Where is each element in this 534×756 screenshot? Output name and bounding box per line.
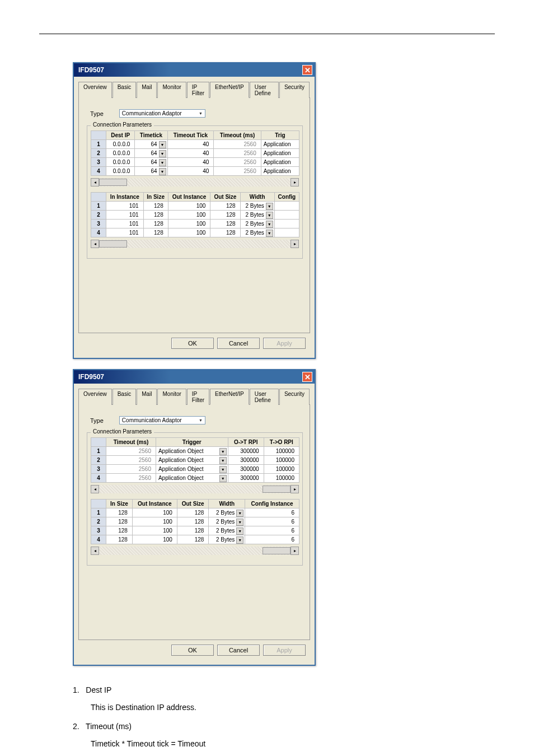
tab-basic[interactable]: Basic [113,389,136,405]
tab-mail[interactable]: Mail [137,82,157,98]
chevron-down-icon: ▼ [236,510,243,517]
table-row: 3 128 100 128 2 Bytes▼ 6 [91,526,299,535]
chevron-down-icon: ▼ [219,466,227,473]
grid-conn-4[interactable]: In Size Out Instance Out Size Width Conf… [91,499,299,544]
chevron-down-icon: ▼ [159,150,166,157]
scroll-right-icon: ▸ [291,485,299,493]
ok-button[interactable]: OK [171,338,214,349]
close-icon[interactable]: ✕ [302,372,312,382]
grid-conn-2[interactable]: In Instance In Size Out Instance Out Siz… [91,192,299,237]
chevron-down-icon: ▼ [159,168,166,175]
scroll-left-icon: ◂ [91,178,99,186]
tab-strip: Overview Basic Mail Monitor IP Filter Et… [78,388,310,405]
chevron-down-icon: ▼ [236,536,243,544]
table-row: 1 0.0.0.0 64▼ 40 2560 Application [91,140,299,149]
table-row: 4 0.0.0.0 64▼ 40 2560 Application [91,167,299,176]
tab-security[interactable]: Security [279,389,310,405]
tab-overview[interactable]: Overview [78,82,112,98]
dialog-ifd9507-2: IFD9507 ✕ Overview Basic Mail Monitor IP… [73,369,316,666]
tab-ipfilter[interactable]: IP Filter [187,82,209,98]
chevron-down-icon: ▼ [266,221,273,228]
type-select[interactable]: Communication Adaptor [119,109,205,118]
tab-ethernetip[interactable]: EtherNet/IP [210,389,249,405]
tab-security[interactable]: Security [279,82,310,98]
scroll-right-icon: ▸ [291,178,299,186]
hscroll-1[interactable]: ◂ ▸ [91,178,299,186]
group-title: Connection Parameters [91,122,154,128]
chevron-down-icon: ▼ [266,212,273,219]
type-select[interactable]: Communication Adaptor [119,416,205,424]
window-title: IFD9507 [78,373,104,381]
tab-overview[interactable]: Overview [78,389,112,405]
chevron-down-icon: ▼ [266,230,273,237]
window-title: IFD9507 [78,66,104,74]
type-label: Type [90,417,104,424]
cancel-button[interactable]: Cancel [217,645,260,656]
table-row: 1 101 128 100 128 2 Bytes▼ [91,202,299,211]
grid-conn-3[interactable]: Timeout (ms) Trigger O->T RPI T->O RPI 1… [91,437,299,483]
chevron-down-icon: ▼ [236,519,243,526]
chevron-down-icon: ▼ [219,448,227,455]
hscroll-3[interactable]: ◂ ▸ [91,485,299,493]
tab-mail[interactable]: Mail [137,389,157,405]
tab-ethernetip[interactable]: EtherNet/IP [210,82,249,98]
chevron-down-icon: ▼ [236,528,243,535]
tab-basic[interactable]: Basic [113,82,136,98]
tab-monitor[interactable]: Monitor [157,82,186,98]
titlebar: IFD9507 ✕ [74,370,315,384]
table-row: 3 2560 Application Object▼ 300000 100000 [91,465,299,474]
tab-strip: Overview Basic Mail Monitor IP Filter Et… [78,81,310,98]
type-label: Type [90,110,104,117]
table-row: 4 128 100 128 2 Bytes▼ 6 [91,535,299,544]
connection-parameters-group: Connection Parameters Dest IP Timetick T… [87,125,303,259]
table-row: 1 128 100 128 2 Bytes▼ 6 [91,508,299,517]
scroll-right-icon: ▸ [291,547,299,555]
dialog-ifd9507-1: IFD9507 ✕ Overview Basic Mail Monitor IP… [73,62,316,359]
apply-button[interactable]: Apply [263,338,306,349]
scroll-left-icon: ◂ [91,485,99,493]
scroll-right-icon: ▸ [291,240,299,248]
tab-userdefine[interactable]: User Define [250,389,279,405]
table-row: 2 128 100 128 2 Bytes▼ 6 [91,517,299,526]
tab-monitor[interactable]: Monitor [157,389,186,405]
table-row: 1 2560 Application Object▼ 300000 100000 [91,447,299,456]
table-row: 4 2560 Application Object▼ 300000 100000 [91,474,299,483]
tab-userdefine[interactable]: User Define [250,82,279,98]
chevron-down-icon: ▼ [266,203,273,210]
titlebar: IFD9507 ✕ [74,63,315,77]
connection-parameters-group: Connection Parameters Timeout (ms) Trigg… [87,432,303,566]
ok-button[interactable]: OK [171,645,214,656]
table-row: 3 101 128 100 128 2 Bytes▼ [91,220,299,228]
chevron-down-icon: ▼ [159,159,166,166]
grid-conn-1[interactable]: Dest IP Timetick Timeout Tick Timeout (m… [91,130,299,176]
scroll-left-icon: ◂ [91,547,99,555]
table-row: 4 101 128 100 128 2 Bytes▼ [91,228,299,237]
cancel-button[interactable]: Cancel [217,338,260,349]
scroll-left-icon: ◂ [91,240,99,248]
table-row: 3 0.0.0.0 64▼ 40 2560 Application [91,158,299,167]
document-text: 1. Dest IP This is Destination IP addres… [73,683,467,756]
close-icon[interactable]: ✕ [302,65,312,75]
table-row: 2 2560 Application Object▼ 300000 100000 [91,456,299,465]
hscroll-4[interactable]: ◂ ▸ [91,547,299,555]
tab-ipfilter[interactable]: IP Filter [187,389,209,405]
chevron-down-icon: ▼ [159,141,166,148]
chevron-down-icon: ▼ [219,457,227,464]
table-row: 2 101 128 100 128 2 Bytes▼ [91,211,299,220]
hscroll-2[interactable]: ◂ ▸ [91,240,299,248]
group-title: Connection Parameters [91,428,154,435]
chevron-down-icon: ▼ [219,475,227,482]
table-row: 2 0.0.0.0 64▼ 40 2560 Application [91,149,299,158]
apply-button[interactable]: Apply [263,645,306,656]
